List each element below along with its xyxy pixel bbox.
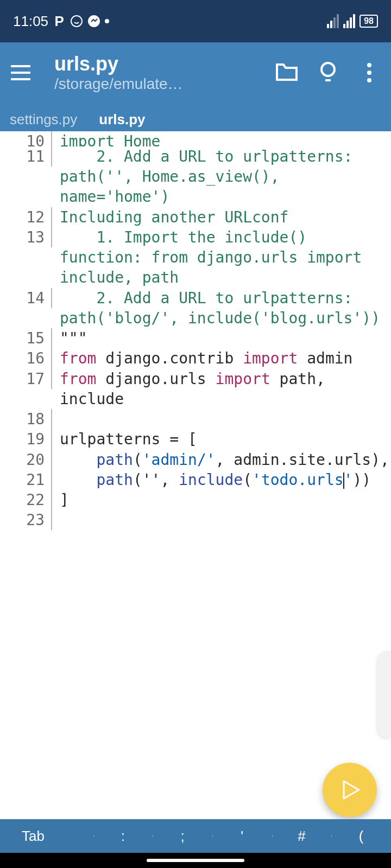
line-number: 11	[0, 146, 52, 167]
kb-key-quote[interactable]: '	[212, 828, 272, 845]
nav-handle[interactable]	[147, 859, 244, 862]
line-number: 14	[0, 288, 52, 308]
line-number: 22	[0, 490, 52, 510]
kb-key-tab[interactable]: Tab	[0, 828, 93, 845]
line-number: 17	[0, 369, 52, 389]
line-number: 18	[0, 409, 52, 429]
code-content[interactable]: Including another URLconf	[52, 207, 391, 227]
folder-button[interactable]	[276, 62, 298, 84]
p-icon: P	[53, 15, 66, 28]
line-number: 16	[0, 348, 52, 368]
code-content[interactable]: 1. Import the include() function: from d…	[52, 227, 391, 288]
svg-point-5	[367, 71, 371, 75]
line-number: 10	[0, 131, 52, 146]
code-line[interactable]: 17from django.urls import path, include	[0, 369, 391, 409]
menu-button[interactable]	[11, 65, 37, 80]
code-line[interactable]: 10import Home	[0, 131, 391, 146]
svg-point-6	[367, 78, 371, 82]
code-content[interactable]: ]	[52, 490, 391, 510]
code-content[interactable]: path('', include('todo.urls'))	[52, 470, 391, 490]
line-number: 20	[0, 450, 52, 470]
whatsapp-icon	[70, 15, 83, 28]
battery-icon: 98	[360, 15, 378, 28]
code-line[interactable]: 16from django.contrib import admin	[0, 348, 391, 368]
code-line[interactable]: 14 2. Add a URL to urlpatterns: path('bl…	[0, 288, 391, 328]
code-line[interactable]: 21 path('', include('todo.urls'))	[0, 470, 391, 490]
code-line[interactable]: 11 2. Add a URL to urlpatterns: path('',…	[0, 146, 391, 207]
code-content[interactable]: """	[52, 328, 391, 348]
code-line[interactable]: 13 1. Import the include() function: fro…	[0, 227, 391, 288]
code-content[interactable]: from django.urls import path, include	[52, 369, 391, 409]
line-number: 15	[0, 328, 52, 348]
code-content[interactable]: 2. Add a URL to urlpatterns: path('blog/…	[52, 288, 391, 328]
svg-point-2	[321, 63, 335, 76]
code-line[interactable]: 20 path('admin/', admin.site.urls),	[0, 450, 391, 470]
code-content[interactable]: from django.contrib import admin	[52, 348, 391, 368]
signal-1-icon	[327, 14, 339, 28]
kb-key-hash[interactable]: #	[272, 828, 332, 845]
code-content[interactable]: 2. Add a URL to urlpatterns: path('', Ho…	[52, 146, 391, 207]
kb-key-paren[interactable]: (	[331, 828, 391, 845]
status-time: 11:05	[13, 13, 48, 30]
signal-2-icon	[343, 14, 355, 28]
overflow-button[interactable]	[358, 62, 380, 84]
nav-bar[interactable]	[0, 853, 391, 868]
kb-key-semicolon[interactable]: ;	[153, 828, 212, 845]
line-number: 21	[0, 470, 52, 490]
line-number: 19	[0, 429, 52, 449]
app-bar: urls.py /storage/emulate…	[0, 42, 391, 103]
run-button[interactable]	[323, 763, 377, 817]
status-right: 98	[327, 14, 378, 28]
line-number: 23	[0, 510, 52, 530]
kb-key-colon[interactable]: :	[93, 828, 153, 845]
file-title: urls.py	[54, 53, 276, 75]
messenger-icon	[87, 15, 100, 28]
code-content[interactable]: path('admin/', admin.site.urls),	[52, 450, 391, 470]
side-handle[interactable]	[378, 651, 391, 738]
file-path: /storage/emulate…	[54, 75, 276, 93]
line-number: 12	[0, 207, 52, 227]
code-line[interactable]: 12Including another URLconf	[0, 207, 391, 227]
svg-point-0	[71, 16, 82, 27]
code-line[interactable]: 19urlpatterns = [	[0, 429, 391, 449]
keyboard-accessory: Tab:;'#(	[0, 819, 391, 853]
line-number: 13	[0, 227, 52, 247]
status-left: 11:05 P	[13, 13, 109, 30]
code-content[interactable]: urlpatterns = [	[52, 429, 391, 449]
title-block[interactable]: urls.py /storage/emulate…	[54, 53, 276, 93]
code-line[interactable]: 15"""	[0, 328, 391, 348]
svg-point-1	[88, 15, 100, 27]
more-notifications-dot	[105, 19, 109, 23]
status-bar: 11:05 P 98	[0, 0, 391, 42]
code-line[interactable]: 23	[0, 510, 391, 530]
code-line[interactable]: 18	[0, 409, 391, 429]
code-editor[interactable]: 10import Home11 2. Add a URL to urlpatte…	[0, 131, 391, 530]
lightbulb-button[interactable]	[317, 62, 339, 84]
code-line[interactable]: 22]	[0, 490, 391, 510]
svg-point-4	[367, 63, 371, 67]
code-content[interactable]: import Home	[52, 131, 391, 146]
